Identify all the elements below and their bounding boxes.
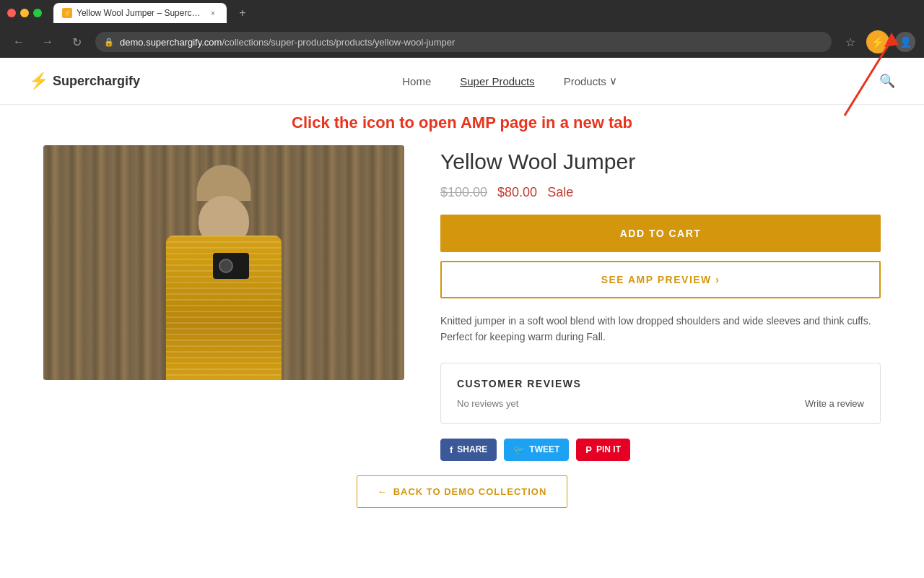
- pinterest-share-button[interactable]: P PIN IT: [576, 439, 630, 461]
- product-image: [43, 145, 404, 380]
- tab-favicon: ⚡: [62, 8, 72, 18]
- nav-home[interactable]: Home: [402, 75, 431, 87]
- new-tab-button[interactable]: +: [232, 3, 253, 23]
- product-section: Yellow Wool Jumper $100.00 $80.00 Sale A…: [0, 145, 924, 461]
- twitter-share-button[interactable]: 🐦 TWEET: [504, 439, 569, 461]
- twitter-icon: 🐦: [513, 444, 525, 455]
- product-info: Yellow Wool Jumper $100.00 $80.00 Sale A…: [440, 145, 881, 461]
- toolbar-icons: ☆ ⚡ 👤: [840, 30, 915, 53]
- maximize-traffic-light[interactable]: [33, 9, 42, 17]
- back-section: ← BACK TO DEMO COLLECTION: [0, 461, 924, 522]
- reviews-row: No reviews yet Write a review: [457, 398, 864, 409]
- back-arrow-icon: ←: [378, 486, 388, 497]
- annotation-banner: Click the icon to open AMP page in a new…: [0, 105, 924, 138]
- pinterest-icon: P: [585, 444, 592, 455]
- page-content: ⚡ Superchargify Home Super Products Prod…: [0, 58, 924, 522]
- pin-label: PIN IT: [596, 444, 621, 454]
- lock-icon: 🔒: [104, 38, 114, 47]
- no-reviews-text: No reviews yet: [457, 398, 518, 409]
- reviews-section: CUSTOMER REVIEWS No reviews yet Write a …: [440, 363, 881, 424]
- tab-close-button[interactable]: ×: [208, 8, 218, 18]
- traffic-lights: [7, 9, 42, 17]
- social-share: f SHARE 🐦 TWEET P PIN IT: [440, 439, 881, 461]
- forward-button[interactable]: →: [38, 32, 58, 52]
- annotation-text: Click the icon to open AMP page in a new…: [292, 113, 632, 131]
- tweet-label: TWEET: [529, 444, 559, 454]
- profile-button[interactable]: 👤: [895, 32, 915, 52]
- site-logo[interactable]: ⚡ Superchargify: [29, 72, 140, 90]
- back-btn-label: BACK TO DEMO COLLECTION: [393, 486, 547, 497]
- active-tab[interactable]: ⚡ Yellow Wool Jumper – Supercha… ×: [53, 3, 227, 23]
- nav-links: Home Super Products Products ∨: [140, 74, 879, 87]
- chevron-down-icon: ∨: [609, 74, 617, 87]
- site-navigation: ⚡ Superchargify Home Super Products Prod…: [0, 58, 924, 105]
- add-to-cart-button[interactable]: ADD TO CART: [440, 215, 881, 252]
- facebook-share-button[interactable]: f SHARE: [440, 439, 497, 461]
- sale-label: Sale: [547, 185, 573, 200]
- facebook-icon: f: [450, 444, 453, 455]
- product-title: Yellow Wool Jumper: [440, 149, 881, 175]
- product-pricing: $100.00 $80.00 Sale: [440, 185, 881, 200]
- amp-extension-button[interactable]: ⚡: [866, 30, 889, 53]
- url-text: demo.superchargify.com/collections/super…: [120, 37, 455, 48]
- url-bar[interactable]: 🔒 demo.superchargify.com/collections/sup…: [95, 32, 832, 52]
- see-amp-preview-button[interactable]: SEE AMP PREVIEW ›: [440, 261, 881, 298]
- back-button[interactable]: ←: [9, 32, 29, 52]
- nav-super-products[interactable]: Super Products: [460, 75, 534, 87]
- address-bar: ← → ↻ 🔒 demo.superchargify.com/collectio…: [0, 26, 924, 58]
- reload-button[interactable]: ↻: [66, 32, 87, 52]
- logo-text: Superchargify: [53, 74, 140, 89]
- tab-title: Yellow Wool Jumper – Supercha…: [77, 8, 204, 18]
- logo-bolt-icon: ⚡: [29, 72, 48, 90]
- original-price: $100.00: [440, 185, 487, 200]
- write-review-link[interactable]: Write a review: [805, 398, 864, 409]
- share-label: SHARE: [457, 444, 487, 454]
- sale-price: $80.00: [497, 185, 537, 200]
- product-description: Knitted jumper in a soft wool blend with…: [440, 313, 881, 345]
- search-icon[interactable]: 🔍: [879, 73, 895, 89]
- minimize-traffic-light[interactable]: [20, 9, 29, 17]
- close-traffic-light[interactable]: [7, 9, 16, 17]
- bookmark-icon[interactable]: ☆: [840, 32, 860, 52]
- back-to-collection-button[interactable]: ← BACK TO DEMO COLLECTION: [357, 475, 568, 508]
- nav-products[interactable]: Products ∨: [564, 74, 617, 87]
- reviews-title: CUSTOMER REVIEWS: [457, 378, 864, 389]
